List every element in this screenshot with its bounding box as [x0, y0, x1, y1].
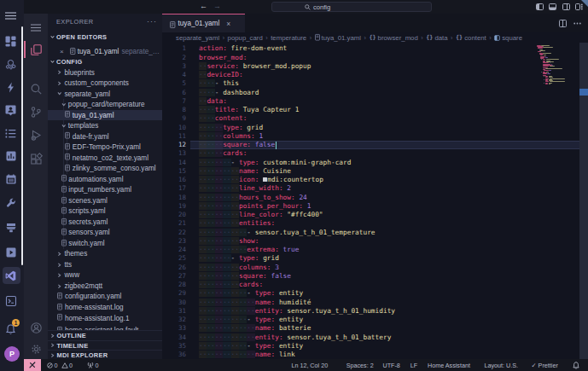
minimap-line-mark	[545, 84, 548, 84]
code-editor[interactable]: 1234567891011121314151617181920212223242…	[162, 43, 588, 359]
close-editor-icon[interactable]: ×	[60, 48, 64, 55]
activity-bar-extensions-icon[interactable]	[24, 149, 48, 168]
ha-sidebar-item-bullet-list-icon[interactable]	[0, 124, 21, 142]
ha-menu-icon[interactable]	[0, 6, 21, 25]
toggle-secondary-sidebar-icon[interactable]	[562, 3, 570, 10]
more-actions-icon[interactable]	[573, 22, 581, 25]
ha-sidebar-item-chart-box-icon[interactable]	[0, 147, 21, 165]
status-lf[interactable]: LF	[410, 359, 417, 371]
code-line-32: ············- type: entity	[199, 316, 303, 324]
minimap-line-mark	[549, 84, 551, 84]
tree-file-edf-tempo-prix-yaml[interactable]: EDF-Tempo-Prix.yaml	[48, 142, 162, 153]
tree-file-switch-yaml[interactable]: switch.yaml	[48, 238, 162, 249]
problems-errors[interactable]: 0	[47, 362, 58, 369]
activity-bar-source-control-icon[interactable]	[24, 102, 48, 121]
tree-file-secrets-yaml[interactable]: secrets.yaml	[48, 217, 162, 228]
remote-indicator[interactable]	[24, 359, 41, 371]
command-center-search[interactable]: config	[271, 2, 432, 12]
ha-sidebar-item-dashboard-grid-icon[interactable]	[0, 32, 21, 50]
ha-sidebar-item-person-badge-icon[interactable]	[0, 101, 21, 119]
split-editor-icon[interactable]	[559, 20, 567, 27]
section-header-outline[interactable]: OUTLINE	[48, 330, 162, 340]
status-spaces-2[interactable]: Spaces: 2	[346, 359, 374, 371]
tree-file-scripts-yaml[interactable]: scripts.yaml	[48, 206, 162, 217]
chevron-down-icon	[61, 102, 67, 107]
tree-folder-templates[interactable]: templates	[48, 120, 162, 131]
breadcrumb-square[interactable]: square	[494, 34, 522, 42]
ha-sidebar-item-printer-3d-icon[interactable]	[0, 218, 21, 237]
tree-folder-separate-yaml[interactable]: separate_yaml	[48, 89, 162, 100]
chevron-right-icon	[50, 333, 55, 339]
tree-folder-tts[interactable]: tts	[48, 259, 162, 270]
tree-folder-blueprints[interactable]: blueprints	[48, 67, 162, 78]
activity-bar-explorer-files-icon[interactable]	[24, 40, 48, 59]
tree-file-tuya-01-yaml[interactable]: tuya_01.yaml	[48, 110, 162, 121]
tree-file-automations-yaml[interactable]: automations.yaml	[48, 174, 162, 185]
notifications-bell[interactable]	[573, 359, 579, 371]
navigate-back-icon[interactable]: ←	[200, 2, 207, 10]
status-layout-u-s-[interactable]: Layout: U.S.	[484, 359, 518, 371]
ha-sidebar-item-cluster-icon[interactable]	[0, 55, 21, 73]
tree-file-input-numbers-yaml[interactable]: input_numbers.yaml	[48, 185, 162, 196]
ha-sidebar-item-calendar-icon[interactable]	[0, 170, 21, 188]
ha-sidebar-item-lightning-icon[interactable]	[0, 78, 21, 96]
activity-bar-account-icon[interactable]	[24, 318, 48, 337]
problems-warnings[interactable]: 0	[61, 362, 73, 369]
status-ln-12-col-20[interactable]: Ln 12, Col 20	[291, 359, 328, 371]
ha-sidebar-item-terminal-box-icon[interactable]	[0, 292, 21, 310]
section-header-timeline[interactable]: TIMELINE	[48, 340, 162, 351]
tree-folder-themes[interactable]: themes	[48, 249, 162, 260]
activity-bar-run-debug-icon[interactable]	[24, 125, 48, 144]
tree-item-label: configuration.yaml	[65, 293, 121, 300]
ha-sidebar-scrollbar[interactable]	[21, 26, 23, 265]
tree-file-scenes-yaml[interactable]: scenes.yaml	[48, 195, 162, 206]
tree-folder-custom-components[interactable]: custom_components	[48, 78, 162, 89]
toggle-sidebar-icon[interactable]	[536, 3, 544, 10]
yaml-file-icon	[170, 16, 176, 32]
line-number-4: 4	[162, 71, 186, 79]
ha-sidebar-item-wrench-icon[interactable]	[0, 194, 21, 212]
breadcrumb-data[interactable]: {}data	[426, 34, 447, 42]
code-line-31: ··············entity: sensor.tuya_t_h_01…	[199, 307, 395, 316]
tree-file-netatmo-co2-texte-yaml[interactable]: netatmo_co2_texte.yaml	[48, 153, 162, 164]
breadcrumb-browser-mod[interactable]: {}browser_mod	[369, 34, 417, 42]
tree-file-configuration-yaml[interactable]: configuration.yaml	[48, 292, 162, 303]
open-editors-header[interactable]: OPEN EDITORS	[48, 32, 162, 43]
activity-bar-settings-gear-icon[interactable]	[24, 339, 48, 358]
user-avatar[interactable]: P	[4, 346, 20, 362]
breadcrumb-content[interactable]: {}content	[456, 34, 486, 42]
line-number-20: 20	[162, 211, 186, 219]
toggle-panel-icon[interactable]	[549, 3, 556, 10]
activity-bar-menu-icon[interactable]	[24, 18, 48, 37]
ha-sidebar-item-media-play-box-icon[interactable]	[0, 243, 21, 262]
breadcrumb-tuya-01-yaml[interactable]: tuya_01.yaml	[315, 34, 361, 42]
tree-folder-zigbee2mqtt[interactable]: zigbee2mqtt	[48, 281, 162, 292]
status-home-assistant[interactable]: Home Assistant	[428, 359, 470, 371]
breadcrumb-separate-yaml[interactable]: separate_yaml	[176, 34, 219, 42]
tree-file-zlinky-somme-conso-yaml[interactable]: zlinky_somme_conso.yaml	[48, 163, 162, 174]
open-editor-item[interactable]: × tuya_01.yaml separate_y…	[48, 47, 162, 57]
ports-indicator[interactable]: 0	[87, 362, 99, 369]
ha-sidebar-item-vscode-icon[interactable]	[0, 266, 21, 285]
explorer-more-actions-icon[interactable]: ···	[147, 17, 157, 26]
tree-file-date-fr-yaml[interactable]: date-fr.yaml	[48, 131, 162, 142]
tree-folder-www[interactable]: www	[48, 270, 162, 281]
line-number-7: 7	[162, 97, 186, 106]
activity-bar-search-icon[interactable]	[24, 79, 48, 98]
tree-folder-popup-card-temperature[interactable]: popup_card/temperature	[48, 99, 162, 110]
tree-item-label: scripts.yaml	[68, 207, 105, 215]
status-utf-8[interactable]: UTF-8	[383, 359, 400, 371]
section-header-mdi-explorer[interactable]: MDI EXPLORER	[48, 350, 162, 359]
navigate-forward-icon[interactable]: →	[213, 2, 221, 10]
tree-file-home-assistant-log[interactable]: home-assistant.log	[48, 302, 162, 313]
tree-file-home-assistant-log-1[interactable]: home-assistant.log.1	[48, 313, 162, 324]
status--prettier[interactable]: ✓ Prettier	[532, 359, 558, 371]
breadcrumb-temperature[interactable]: temperature	[271, 34, 306, 42]
tab-close-icon[interactable]: ×	[226, 20, 230, 28]
breadcrumb-popup-card[interactable]: popup_card	[228, 34, 263, 42]
code-line-30: ··············name: humidité	[199, 299, 311, 307]
tab-tuya-01-yaml[interactable]: tuya_01.yaml ×	[162, 14, 245, 32]
tree-file-sensors-yaml[interactable]: sensors.yaml	[48, 228, 162, 239]
config-section-header[interactable]: CONFIG	[48, 56, 162, 67]
editor-group: tuya_01.yaml × separate_yaml›popup_card›…	[162, 14, 588, 359]
